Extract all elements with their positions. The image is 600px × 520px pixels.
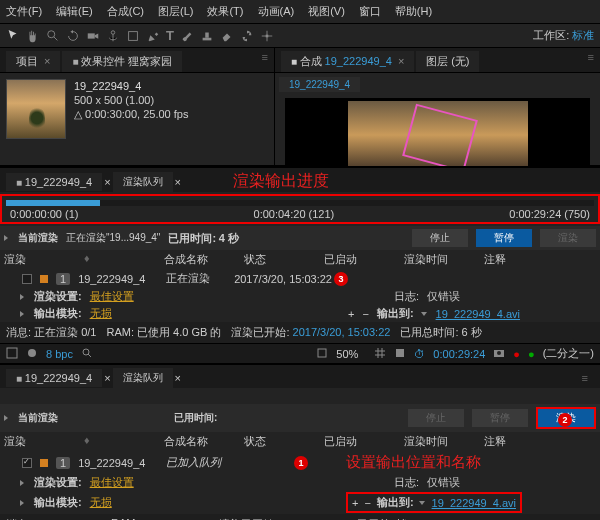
grid-icon[interactable] — [374, 347, 386, 361]
close-icon[interactable]: × — [104, 176, 110, 188]
panel-menu-icon[interactable]: ≡ — [262, 51, 268, 72]
render-checkbox[interactable] — [22, 458, 32, 468]
roto-tool-icon[interactable] — [240, 29, 254, 43]
output-module-label: 输出模块: — [34, 495, 82, 510]
tab-timeline-comp[interactable]: ■ 19_222949_4 — [6, 369, 102, 387]
expand-icon[interactable] — [4, 235, 8, 241]
output-module-link[interactable]: 无损 — [90, 306, 112, 321]
log-value[interactable]: 仅错误 — [427, 475, 460, 490]
menu-effect[interactable]: 效果(T) — [207, 4, 243, 19]
item-comp-name: 19_222949_4 — [78, 273, 158, 285]
output-file-link[interactable]: 19_222949_4.avi — [436, 308, 520, 320]
timecode[interactable]: 0:00:29:24 — [433, 348, 485, 360]
expand-icon[interactable] — [20, 500, 24, 506]
selection-tool-icon[interactable] — [6, 29, 20, 43]
svg-rect-11 — [396, 349, 404, 357]
dropdown-icon[interactable] — [419, 501, 425, 505]
close-icon[interactable]: × — [175, 176, 181, 188]
snapshot-icon[interactable] — [493, 347, 505, 361]
composition-viewer[interactable] — [285, 98, 590, 172]
comp-thumbnail[interactable] — [6, 79, 66, 139]
pen-tool-icon[interactable] — [146, 29, 160, 43]
resolution-dropdown[interactable]: (二分之一) — [543, 346, 594, 361]
render-settings-link[interactable]: 最佳设置 — [90, 475, 134, 490]
expand-icon[interactable] — [20, 311, 24, 317]
render-checkbox — [22, 274, 32, 284]
text-tool-icon[interactable]: T — [166, 28, 174, 43]
annotation-badge-3: 3 — [334, 272, 348, 286]
tab-project[interactable]: 项目× — [6, 51, 60, 72]
menu-window[interactable]: 窗口 — [359, 4, 381, 19]
output-module-link[interactable]: 无损 — [90, 495, 112, 510]
puppet-tool-icon[interactable] — [260, 29, 274, 43]
menu-layer[interactable]: 图层(L) — [158, 4, 193, 19]
menu-file[interactable]: 文件(F) — [6, 4, 42, 19]
expand-icon[interactable] — [4, 415, 8, 421]
menu-comp[interactable]: 合成(C) — [107, 4, 144, 19]
label-color-icon[interactable] — [40, 459, 48, 467]
close-icon[interactable]: × — [104, 372, 110, 384]
tab-composition[interactable]: ■ 合成 19_222949_4× — [281, 51, 414, 72]
toggle-icon[interactable] — [26, 347, 38, 361]
channel-icon[interactable]: ● — [528, 348, 535, 360]
bit-depth[interactable]: 8 bpc — [46, 348, 73, 360]
item-started: 2017/3/20, 15:03:22 — [234, 273, 332, 285]
zoom-value[interactable]: 50% — [336, 348, 358, 360]
workspace-selector[interactable]: 工作区: 标准 — [533, 28, 594, 43]
expand-icon[interactable] — [20, 480, 24, 486]
comp-name: 19_222949_4 — [74, 79, 188, 93]
dropdown-icon[interactable] — [421, 312, 427, 316]
expand-icon[interactable] — [20, 294, 24, 300]
render-queue-panel-2: ■ 19_222949_4 × 渲染队列 × ≡ 2 当前渲染 已用时间: 停止… — [0, 363, 600, 520]
queue-item-row[interactable]: 1 19_222949_4 正在渲染 2017/3/20, 15:03:22 3 — [0, 269, 600, 288]
zoom-tool-icon[interactable] — [46, 29, 60, 43]
toggle-icon[interactable] — [6, 347, 18, 361]
output-module-label: 输出模块: — [34, 306, 82, 321]
comp-mini-tab[interactable]: 19_222949_4 — [279, 77, 360, 92]
hand-tool-icon[interactable] — [26, 29, 40, 43]
remove-output-button[interactable]: − — [362, 308, 368, 320]
close-icon[interactable]: × — [175, 372, 181, 384]
panel-menu-icon[interactable]: ≡ — [582, 372, 588, 384]
stop-button[interactable]: 停止 — [412, 229, 468, 247]
render-queue-panel-1: ■ 19_222949_4 × 渲染队列 × 渲染输出进度 0:00:00:00… — [0, 166, 600, 343]
render-settings-link[interactable]: 最佳设置 — [90, 289, 134, 304]
menu-view[interactable]: 视图(V) — [308, 4, 345, 19]
render-progress-bar[interactable] — [6, 200, 594, 206]
panel-menu-icon[interactable]: ≡ — [588, 51, 594, 72]
channel-icon[interactable]: ● — [513, 348, 520, 360]
remove-output-button[interactable]: − — [364, 497, 370, 509]
output-file-link[interactable]: 19_222949_4.avi — [432, 497, 516, 509]
queue-item-row[interactable]: 1 19_222949_4 已加入队列 1 设置输出位置和名称 — [0, 451, 600, 474]
current-render-label: 当前渲染 — [18, 411, 58, 425]
shape-tool-icon[interactable] — [126, 29, 140, 43]
menu-help[interactable]: 帮助(H) — [395, 4, 432, 19]
eraser-tool-icon[interactable] — [220, 29, 234, 43]
svg-rect-10 — [318, 349, 326, 357]
svg-point-13 — [497, 351, 501, 355]
rotate-tool-icon[interactable] — [66, 29, 80, 43]
render-settings-label: 渲染设置: — [34, 289, 82, 304]
brush-tool-icon[interactable] — [180, 29, 194, 43]
add-output-button[interactable]: + — [348, 308, 354, 320]
stamp-tool-icon[interactable] — [200, 29, 214, 43]
camera-tool-icon[interactable] — [86, 29, 100, 43]
timecode-icon[interactable]: ⏱ — [414, 348, 425, 360]
workspace-value: 标准 — [572, 29, 594, 41]
tab-effect-controls[interactable]: ■ 效果控件 狸窝家园 — [62, 51, 182, 72]
log-value[interactable]: 仅错误 — [427, 289, 460, 304]
search-icon[interactable] — [81, 347, 93, 361]
add-output-button[interactable]: + — [352, 497, 358, 509]
menu-anim[interactable]: 动画(A) — [258, 4, 295, 19]
tab-layers[interactable]: 图层 (无) — [416, 51, 479, 72]
annotation-badge-1: 1 — [294, 456, 308, 470]
zoom-icon[interactable] — [316, 347, 328, 361]
tab-timeline-comp[interactable]: ■ 19_222949_4 — [6, 173, 102, 191]
tab-render-queue[interactable]: 渲染队列 — [113, 368, 173, 388]
anchor-tool-icon[interactable] — [106, 29, 120, 43]
pause-button[interactable]: 暂停 — [476, 229, 532, 247]
mask-icon[interactable] — [394, 347, 406, 361]
menu-edit[interactable]: 编辑(E) — [56, 4, 93, 19]
tab-render-queue[interactable]: 渲染队列 — [113, 172, 173, 192]
label-color-icon[interactable] — [40, 275, 48, 283]
